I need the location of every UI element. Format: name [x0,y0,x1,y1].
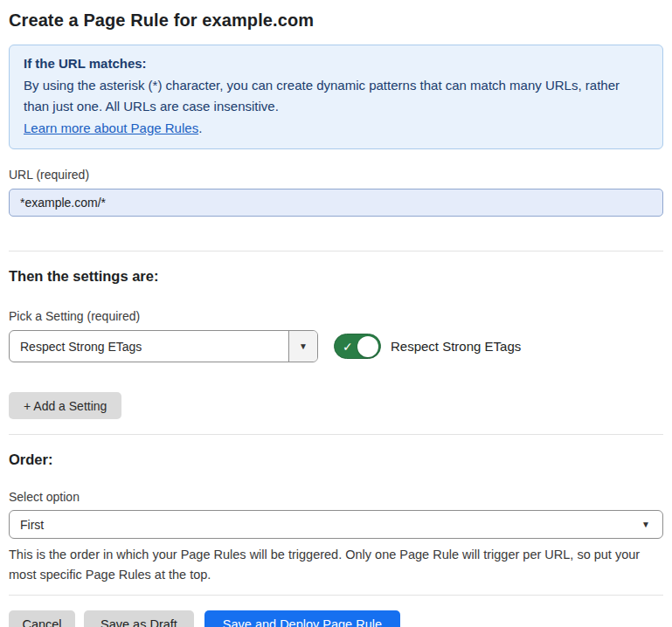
order-select-label: Select option [9,490,663,504]
chevron-down-icon: ▼ [641,520,650,529]
add-setting-button[interactable]: + Add a Setting [9,392,121,419]
save-and-deploy-button[interactable]: Save and Deploy Page Rule [204,610,400,627]
order-dropdown-value: First [20,518,44,532]
save-as-draft-button[interactable]: Save as Draft [84,610,194,627]
learn-more-link[interactable]: Learn more about Page Rules [24,121,198,135]
setting-dropdown[interactable]: Respect Strong ETags ▼ [9,330,318,362]
cancel-button[interactable]: Cancel [9,610,75,627]
divider [9,251,663,251]
order-dropdown[interactable]: First ▼ [9,510,663,539]
info-box-body: By using the asterisk (*) character, you… [24,75,648,118]
chevron-down-icon: ▼ [299,342,308,351]
url-input[interactable] [9,189,663,217]
order-section-heading: Order: [9,451,663,468]
settings-section-heading: Then the settings are: [9,268,663,285]
create-page-rule-panel: Create a Page Rule for example.com If th… [0,0,672,627]
info-box-heading: If the URL matches: [24,53,648,75]
pick-setting-label: Pick a Setting (required) [9,309,663,323]
setting-dropdown-arrow-button[interactable]: ▼ [288,331,317,362]
url-field-label: URL (required) [9,168,663,182]
order-help-text: This is the order in which your Page Rul… [9,545,660,584]
toggle-knob [357,336,378,357]
link-period: . [198,121,202,135]
check-icon: ✓ [343,340,353,354]
divider [9,595,663,596]
divider [9,434,663,435]
respect-strong-etags-toggle[interactable]: ✓ [334,334,381,359]
setting-dropdown-value: Respect Strong ETags [10,331,288,362]
toggle-label: Respect Strong ETags [391,339,521,354]
footer-actions: Cancel Save as Draft Save and Deploy Pag… [9,610,663,627]
page-title: Create a Page Rule for example.com [9,0,663,31]
info-box-link-line: Learn more about Page Rules. [24,118,648,140]
url-matches-info-box: If the URL matches: By using the asteris… [9,45,663,149]
setting-row: Respect Strong ETags ▼ ✓ Respect Strong … [9,330,663,362]
